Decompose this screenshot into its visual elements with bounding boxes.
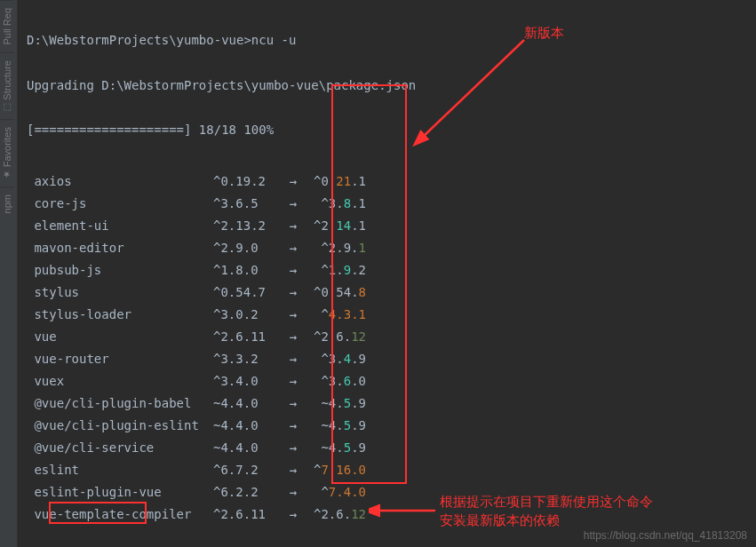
package-row: mavon-editor^2.9.0→^2.9.1 — [27, 237, 747, 259]
package-row: @vue/cli-plugin-babel~4.4.0→~4.5.9 — [27, 392, 747, 415]
upgrading-line: Upgrading D:\WebstormProjects\yumbo-vue\… — [27, 75, 747, 97]
package-row: @vue/cli-service~4.4.0→~4.5.9 — [27, 437, 747, 459]
package-row: stylus^0.54.7→^0.54.8 — [27, 281, 747, 304]
progress-line: [====================] 18/18 100% — [27, 119, 747, 141]
prompt-line: D:\WebstormProjects\yumbo-vue>ncu -u — [27, 29, 747, 52]
sidebar-npm[interactable]: npm — [0, 186, 14, 220]
package-row: vuex^3.4.0→^3.6.0 — [27, 370, 747, 392]
package-row: vue-template-compiler^2.6.11→^2.6.12 — [27, 503, 747, 526]
ide-sidebar: Pull Req ⬚Structure ★Favorites npm — [0, 0, 18, 547]
package-row: pubsub-js^1.8.0→^1.9.2 — [27, 259, 747, 281]
package-row: eslint^6.7.2→^7.16.0 — [27, 459, 747, 481]
package-row: core-js^3.6.5→^3.8.1 — [27, 193, 747, 215]
sidebar-structure[interactable]: ⬚Structure — [0, 52, 14, 120]
package-row: element-ui^2.13.2→^2.14.1 — [27, 215, 747, 237]
terminal-output[interactable]: D:\WebstormProjects\yumbo-vue>ncu -u Upg… — [18, 0, 756, 547]
watermark: https://blog.csdn.net/qq_41813208 — [584, 529, 747, 542]
package-row: stylus-loader^3.0.2→^4.3.1 — [27, 304, 747, 326]
package-row: vue^2.6.11→^2.6.12 — [27, 326, 747, 348]
sidebar-pull-req[interactable]: Pull Req — [0, 0, 14, 52]
package-row: axios^0.19.2→^0.21.1 — [27, 170, 747, 193]
package-row: eslint-plugin-vue^6.2.2→^7.4.0 — [27, 481, 747, 503]
sidebar-favorites[interactable]: ★Favorites — [0, 119, 14, 186]
package-table: axios^0.19.2→^0.21.1 core-js^3.6.5→^3.8.… — [27, 170, 747, 526]
package-row: vue-router^3.3.2→^3.4.9 — [27, 348, 747, 370]
package-row: @vue/cli-plugin-eslint~4.4.0→~4.5.9 — [27, 415, 747, 437]
